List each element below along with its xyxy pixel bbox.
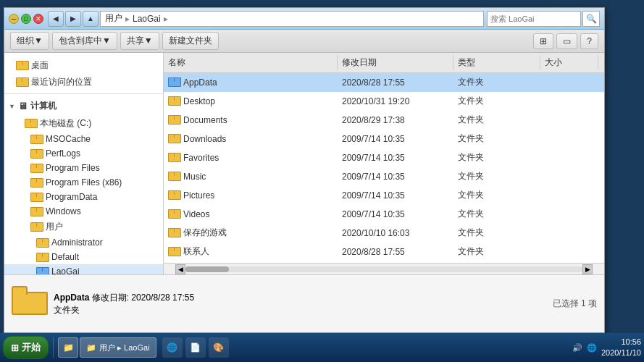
file-name-cell: Videos — [164, 208, 338, 221]
start-button[interactable]: ⊞ 开始 — [3, 336, 49, 359]
file-name: Desktop — [183, 96, 215, 106]
taskbar-browser-icon[interactable]: 🌐 — [162, 337, 183, 358]
taskbar-explorer-icon[interactable]: 📁 — [58, 337, 78, 358]
table-row[interactable]: Downloads 2009/7/14 10:35 文件夹 — [164, 130, 604, 148]
sidebar-item-desktop[interactable]: 桌面 — [4, 57, 163, 74]
triangle-icon: ▼ — [9, 103, 15, 110]
pf-label: Program Files — [46, 163, 100, 173]
preview-button[interactable]: ▭ — [556, 33, 577, 49]
file-size-cell — [540, 138, 598, 140]
table-row[interactable]: Documents 2020/8/29 17:38 文件夹 — [164, 111, 604, 130]
default-label: Default — [51, 252, 79, 262]
file-type-cell: 文件夹 — [453, 169, 540, 184]
taskbar-note-icon[interactable]: 📄 — [185, 337, 206, 358]
sidebar-item-perflogs[interactable]: PerfLogs — [4, 146, 163, 161]
new-folder-label: 新建文件夹 — [169, 35, 212, 47]
folder-icon — [168, 228, 180, 237]
sidebar-item-administrator[interactable]: Administrator — [4, 235, 163, 250]
file-name: Pictures — [183, 190, 214, 201]
file-size-cell — [540, 175, 598, 178]
file-size-cell — [540, 251, 598, 253]
tray-network-icon: 🌐 — [587, 343, 597, 353]
file-name: Favorites — [183, 153, 219, 163]
file-type-cell: 文件夹 — [453, 93, 540, 109]
tray-time: 10:56 — [601, 337, 641, 348]
sidebar-item-program-files-x86[interactable]: Program Files (x86) — [4, 175, 163, 190]
horizontal-scrollbar[interactable]: ◀ ▶ — [164, 263, 604, 274]
file-type-cell: 文件夹 — [453, 75, 540, 90]
maximize-button[interactable]: □ — [21, 14, 31, 24]
pfx86-icon — [30, 178, 42, 188]
tray-date: 2020/11/10 — [601, 348, 641, 358]
scroll-track[interactable] — [185, 266, 582, 272]
search-input[interactable] — [490, 14, 577, 23]
file-date-cell: 2020/10/31 19:20 — [338, 95, 453, 108]
file-date-cell: 2009/7/14 10:35 — [338, 170, 453, 183]
file-type-cell: 文件夹 — [453, 244, 540, 259]
forward-button[interactable]: ▶ — [65, 11, 81, 27]
sidebar-item-program-files[interactable]: Program Files — [4, 161, 163, 175]
organize-button[interactable]: 组织▼ — [10, 32, 49, 50]
content-area: 桌面 最近访问的位置 ▼ 🖥 计算机 本地磁盘 (C:) MSOCache — [4, 53, 604, 274]
sidebar-item-laogai[interactable]: LaoGai — [4, 264, 163, 274]
minimize-button[interactable]: ─ — [9, 14, 19, 24]
sidebar-item-default[interactable]: Default — [4, 250, 163, 264]
window-controls: ─ □ ✕ — [9, 14, 43, 24]
view-button[interactable]: ⊞ — [533, 33, 553, 49]
help-button[interactable]: ? — [580, 33, 598, 49]
taskbar-item-label: 用户 ▸ LaoGai — [99, 342, 150, 353]
status-name: AppData — [54, 292, 89, 303]
col-header-type[interactable]: 类型 — [453, 55, 540, 70]
file-name-cell: AppData — [164, 76, 338, 89]
table-row[interactable]: Pictures 2009/7/14 10:35 文件夹 — [164, 186, 604, 205]
file-date-cell: 2009/7/14 10:35 — [338, 189, 453, 202]
file-size-cell — [540, 232, 598, 235]
folder-icon — [168, 77, 180, 87]
table-row[interactable]: 联系人 2020/8/28 17:55 文件夹 — [164, 243, 604, 261]
address-bar[interactable]: 用户 ▸ LaoGai ▸ — [100, 11, 484, 27]
col-header-name[interactable]: 名称 — [164, 55, 338, 70]
file-name: AppData — [183, 77, 217, 88]
table-row[interactable]: Music 2009/7/14 10:35 文件夹 — [164, 167, 604, 186]
col-header-date[interactable]: 修改日期 — [338, 55, 453, 70]
include-library-button[interactable]: 包含到库中▼ — [52, 32, 117, 50]
sidebar-item-users[interactable]: 用户 — [4, 219, 163, 235]
new-folder-button[interactable]: 新建文件夹 — [162, 32, 219, 50]
file-name: 保存的游戏 — [183, 227, 227, 239]
scroll-right-button[interactable]: ▶ — [582, 264, 593, 274]
scroll-thumb[interactable] — [185, 266, 229, 272]
file-name-cell: Favorites — [164, 151, 338, 164]
status-info: AppData 修改日期: 2020/8/28 17:55 文件夹 — [54, 292, 194, 316]
file-type-cell: 文件夹 — [453, 131, 540, 146]
table-row[interactable]: Videos 2009/7/14 10:35 文件夹 — [164, 205, 604, 224]
table-row[interactable]: Favorites 2009/7/14 10:35 文件夹 — [164, 148, 604, 167]
file-list-area: 名称 修改日期 类型 大小 AppData 2020/8/28 17:55 文件… — [164, 53, 604, 274]
table-row[interactable]: Desktop 2020/10/31 19:20 文件夹 — [164, 92, 604, 111]
laogai-icon — [36, 267, 48, 275]
close-button[interactable]: ✕ — [33, 14, 43, 24]
search-button[interactable]: 🔍 — [582, 11, 600, 27]
file-date-cell: 2020/8/29 17:38 — [338, 114, 453, 127]
up-button[interactable]: ▲ — [83, 11, 99, 27]
file-name-cell: Music — [164, 170, 338, 183]
scroll-left-button[interactable]: ◀ — [175, 264, 185, 274]
sidebar-item-recent[interactable]: 最近访问的位置 — [4, 74, 163, 90]
sidebar-item-c-drive[interactable]: 本地磁盘 (C:) — [4, 115, 163, 132]
sidebar-item-windows[interactable]: Windows — [4, 204, 163, 219]
file-date-cell: 2020/8/28 17:55 — [338, 245, 453, 258]
taskbar-paint-icon[interactable]: 🎨 — [209, 337, 229, 358]
file-name-cell: Desktop — [164, 95, 338, 108]
sidebar-item-programdata[interactable]: ProgramData — [4, 190, 163, 204]
tray-clock: 10:56 2020/11/10 — [601, 337, 641, 359]
perflogs-label: PerfLogs — [46, 148, 80, 159]
back-button[interactable]: ◀ — [48, 11, 64, 27]
share-button[interactable]: 共享▼ — [120, 32, 159, 50]
col-header-size[interactable]: 大小 — [540, 55, 598, 70]
table-row[interactable]: AppData 2020/8/28 17:55 文件夹 — [164, 73, 604, 92]
taskbar-item-explorer[interactable]: 📁 用户 ▸ LaoGai — [80, 337, 156, 358]
computer-icon: 🖥 — [18, 101, 28, 111]
sidebar-item-msocache[interactable]: MSOCache — [4, 132, 163, 146]
status-date: 2020/8/28 17:55 — [131, 292, 194, 303]
table-row[interactable]: 保存的游戏 2020/10/10 16:03 文件夹 — [164, 224, 604, 243]
search-box[interactable] — [487, 11, 581, 27]
